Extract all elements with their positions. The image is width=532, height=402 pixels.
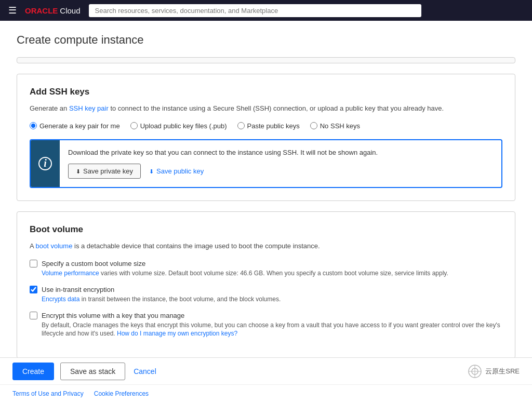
watermark-text: 云原生SRE — [485, 367, 520, 376]
radio-no-keys[interactable]: No SSH keys — [310, 122, 360, 130]
radio-no-keys-input[interactable] — [310, 122, 317, 129]
transit-encryption-sublabel: Encrypts data in transit between the ins… — [42, 295, 281, 304]
oracle-logo: ORACLE Cloud — [25, 6, 81, 15]
save-public-key-label: Save public key — [156, 167, 204, 175]
download-private-icon — [76, 167, 81, 175]
save-as-stack-button[interactable]: Save as stack — [60, 363, 125, 380]
ssh-info-box: i Download the private key so that you c… — [30, 139, 502, 188]
manage-key-checkbox[interactable] — [30, 312, 37, 319]
info-box-content: Download the private key so that you can… — [60, 140, 501, 186]
boot-section-description: A boot volume is a detachable device tha… — [30, 241, 502, 251]
top-navigation: ☰ ORACLE Cloud — [0, 0, 532, 21]
ssh-desc-suffix: to connect to the instance using a Secur… — [109, 104, 444, 112]
info-icon: i — [38, 157, 52, 170]
radio-generate[interactable]: Generate a key pair for me — [30, 122, 120, 130]
radio-upload-input[interactable] — [130, 122, 138, 129]
create-button[interactable]: Create — [12, 363, 54, 380]
radio-paste[interactable]: Paste public keys — [237, 122, 300, 130]
ssh-section-title: Add SSH keys — [30, 87, 502, 97]
custom-size-content: Specify a custom boot volume size Volume… — [42, 259, 448, 278]
boot-volume-section: Boot volume A boot volume is a detachabl… — [17, 211, 515, 359]
page-title: Create compute instance — [17, 33, 515, 47]
scroll-top-section — [17, 57, 515, 63]
radio-no-keys-label: No SSH keys — [320, 122, 360, 130]
radio-paste-input[interactable] — [237, 122, 245, 129]
boot-volume-link[interactable]: boot volume — [36, 242, 73, 250]
radio-paste-label: Paste public keys — [247, 122, 300, 130]
radio-upload[interactable]: Upload public key files (.pub) — [130, 122, 227, 130]
ssh-radio-group: Generate a key pair for me Upload public… — [30, 122, 502, 130]
transit-encryption-label[interactable]: Use in-transit encryption — [42, 286, 114, 293]
hamburger-menu[interactable]: ☰ — [8, 5, 17, 16]
manage-key-label[interactable]: Encrypt this volume with a key that you … — [42, 312, 184, 319]
manage-key-content: Encrypt this volume with a key that you … — [42, 311, 502, 339]
oracle-text: ORACLE — [25, 6, 58, 15]
info-box-text: Download the private key so that you can… — [68, 148, 493, 158]
manage-key-sublabel: By default, Oracle manages the keys that… — [42, 321, 502, 339]
checkbox-custom-size: Specify a custom boot volume size Volume… — [30, 259, 502, 278]
save-private-key-label: Save private key — [83, 167, 133, 175]
watermark: 云原生SRE — [468, 364, 520, 379]
cloud-text: Cloud — [60, 6, 80, 15]
footer-legal-bar: Terms of Use and Privacy Cookie Preferen… — [0, 384, 532, 402]
global-search-input[interactable] — [89, 4, 421, 17]
encrypts-data-link[interactable]: Encrypts data — [42, 296, 79, 303]
save-private-key-button[interactable]: Save private key — [68, 164, 141, 179]
volume-performance-link[interactable]: Volume performance — [42, 270, 99, 277]
manage-encryption-keys-link[interactable]: How do I manage my own encryption keys? — [117, 330, 237, 337]
cancel-button[interactable]: Cancel — [131, 363, 158, 380]
custom-size-checkbox[interactable] — [30, 260, 37, 267]
transit-encryption-content: Use in-transit encryption Encrypts data … — [42, 285, 281, 304]
radio-upload-label: Upload public key files (.pub) — [140, 122, 227, 130]
ssh-section-description: Generate an SSH key pair to connect to t… — [30, 103, 502, 114]
ssh-keys-section: Add SSH keys Generate an SSH key pair to… — [17, 74, 515, 201]
download-public-icon — [149, 167, 154, 175]
info-box-actions: Save private key Save public key — [68, 164, 493, 179]
terms-link[interactable]: Terms of Use and Privacy — [12, 390, 84, 397]
footer-actions-bar: Create Save as stack Cancel 云原生SRE — [0, 357, 532, 384]
ssh-key-pair-link[interactable]: SSH key pair — [69, 104, 109, 112]
watermark-icon — [468, 364, 482, 379]
boot-section-title: Boot volume — [30, 224, 502, 235]
transit-encryption-checkbox[interactable] — [30, 286, 37, 293]
boot-desc-suffix: is a detachable device that contains the… — [72, 242, 320, 250]
radio-generate-label: Generate a key pair for me — [39, 122, 120, 130]
custom-size-label[interactable]: Specify a custom boot volume size — [42, 260, 145, 267]
radio-generate-input[interactable] — [30, 122, 37, 129]
ssh-desc-prefix: Generate an — [30, 104, 69, 112]
checkbox-transit-encryption: Use in-transit encryption Encrypts data … — [30, 285, 502, 304]
save-public-key-link[interactable]: Save public key — [149, 164, 204, 179]
page-content: Create compute instance Add SSH keys Gen… — [0, 21, 532, 402]
checkbox-manage-key: Encrypt this volume with a key that you … — [30, 311, 502, 339]
cookie-preferences-link[interactable]: Cookie Preferences — [94, 390, 149, 397]
info-box-icon-column: i — [31, 140, 60, 187]
custom-size-sublabel: Volume performance varies with volume si… — [42, 269, 448, 278]
boot-desc-prefix: A — [30, 242, 36, 250]
